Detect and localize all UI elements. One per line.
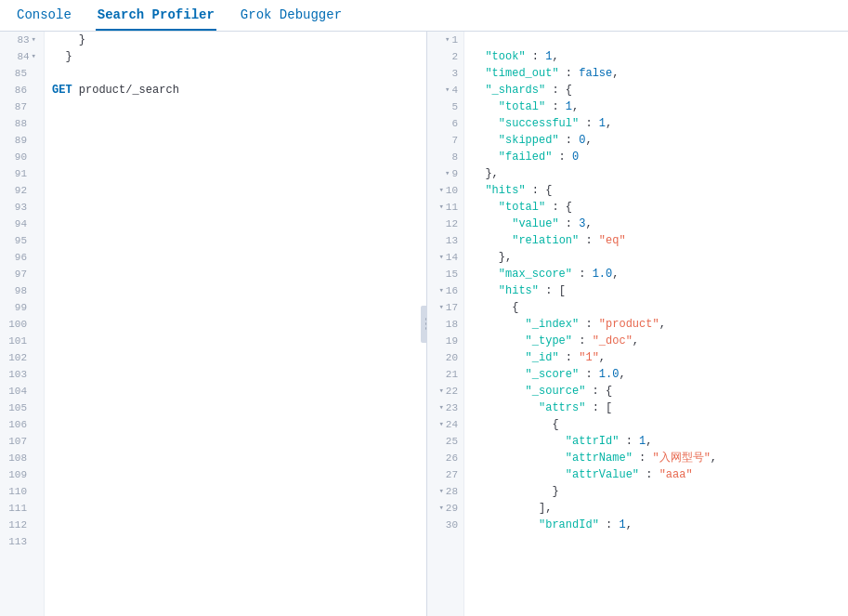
json-line-num: 2	[427, 48, 463, 65]
editor-line	[52, 65, 426, 82]
drag-dot	[425, 322, 428, 325]
json-line: "hits" : {	[472, 182, 848, 199]
editor-line-num: 101	[0, 333, 44, 349]
editor-line	[52, 316, 426, 333]
editor-line	[52, 400, 426, 416]
editor-line-num: 103	[0, 366, 44, 383]
json-line-num: ▾22	[427, 383, 463, 400]
editor-line	[52, 98, 426, 115]
drag-dot	[425, 327, 428, 330]
editor-line: }	[52, 32, 426, 48]
editor-line	[52, 500, 426, 517]
json-line-num: ▾10	[427, 182, 463, 199]
json-line: "attrValue" : "aaa"	[472, 466, 848, 483]
editor-line	[52, 266, 426, 282]
json-content-area[interactable]: "took" : 1, "timed_out" : false, "_shard…	[464, 32, 848, 616]
json-line: {	[472, 299, 848, 316]
drag-handle-dots	[425, 318, 428, 330]
editor-line-num: 104	[0, 383, 44, 400]
editor-line-num: 100	[0, 316, 44, 333]
json-line-num: ▾4	[427, 82, 463, 98]
editor-line	[52, 182, 426, 199]
editor-line-num: 94	[0, 216, 44, 232]
editor-line-num: 97	[0, 266, 44, 282]
json-line-num: ▾16	[427, 282, 463, 299]
json-line-num: ▾1	[427, 32, 463, 48]
json-line	[472, 32, 848, 48]
editor-line-num: 98	[0, 282, 44, 299]
json-line-num: ▾9	[427, 165, 463, 182]
editor-line	[52, 483, 426, 500]
editor-line-num: 96	[0, 249, 44, 266]
editor-line-num: 99	[0, 299, 44, 316]
json-line-num: ▾11	[427, 199, 463, 216]
json-line-num: 20	[427, 349, 463, 366]
editor-line-num: 95	[0, 232, 44, 249]
json-line: "_id" : "1",	[472, 349, 848, 366]
json-line: },	[472, 165, 848, 182]
editor-line-num: 109	[0, 466, 44, 483]
drag-dot	[425, 318, 428, 321]
json-line-num: 5	[427, 98, 463, 115]
editor-line	[52, 249, 426, 266]
json-line: "skipped" : 0,	[472, 132, 848, 149]
editor-line-num: 113	[0, 533, 44, 550]
json-line: {	[472, 416, 848, 433]
editor-line	[52, 450, 426, 466]
json-line: "attrName" : "入网型号",	[472, 450, 848, 466]
json-line: "attrs" : [	[472, 400, 848, 416]
json-line-num: 3	[427, 65, 463, 82]
json-line-num: 13	[427, 232, 463, 249]
editor-line-num: 84▾	[0, 48, 44, 65]
editor-line	[52, 349, 426, 366]
json-line-num: 7	[427, 132, 463, 149]
json-line-num: ▾17	[427, 299, 463, 316]
tab-grok-debugger[interactable]: Grok Debugger	[239, 0, 344, 31]
editor-line-num: 91	[0, 165, 44, 182]
json-line-num: 19	[427, 333, 463, 349]
json-line-num: ▾24	[427, 416, 463, 433]
json-line: },	[472, 249, 848, 266]
editor-panel: 83▾84▾8586878889909192939495969798991001…	[0, 32, 427, 616]
editor-line-num: 89	[0, 132, 44, 149]
json-line-num: ▾29	[427, 500, 463, 517]
editor-line	[52, 366, 426, 383]
json-line-num: 25	[427, 433, 463, 450]
json-line-num: 12	[427, 216, 463, 232]
json-output-panel: ▾123▾45678▾9▾10▾111213▾1415▾16▾171819202…	[427, 32, 848, 616]
tab-console[interactable]: Console	[15, 0, 73, 31]
json-line: "_score" : 1.0,	[472, 366, 848, 383]
editor-line-num: 86	[0, 82, 44, 98]
editor-line	[52, 333, 426, 349]
editor-line	[52, 282, 426, 299]
editor-line-num: 111	[0, 500, 44, 517]
json-line: "timed_out" : false,	[472, 65, 848, 82]
editor-line-num: 110	[0, 483, 44, 500]
json-line: }	[472, 483, 848, 500]
editor-line-num: 106	[0, 416, 44, 433]
editor-line-num: 88	[0, 115, 44, 132]
editor-line	[52, 299, 426, 316]
editor-line-num: 90	[0, 149, 44, 165]
editor-line	[52, 115, 426, 132]
editor-line-num: 93	[0, 199, 44, 216]
json-line-num: ▾28	[427, 483, 463, 500]
json-line-num: 8	[427, 149, 463, 165]
editor-line-num: 92	[0, 182, 44, 199]
editor-line: GET product/_search	[52, 82, 426, 98]
editor-line-num: 102	[0, 349, 44, 366]
panel-resize-handle[interactable]	[421, 306, 427, 343]
editor-line	[52, 433, 426, 450]
editor-line-num: 85	[0, 65, 44, 82]
json-line-num: ▾23	[427, 400, 463, 416]
editor-line: }	[52, 48, 426, 65]
json-line-num: 18	[427, 316, 463, 333]
editor-content-area[interactable]: } }GET product/_search	[45, 32, 426, 616]
editor-line	[52, 383, 426, 400]
editor-line	[52, 533, 426, 550]
editor-line-num: 83▾	[0, 32, 44, 48]
tab-search-profiler[interactable]: Search Profiler	[96, 0, 216, 31]
json-line: "_source" : {	[472, 383, 848, 400]
json-line: "failed" : 0	[472, 149, 848, 165]
editor-line	[52, 232, 426, 249]
